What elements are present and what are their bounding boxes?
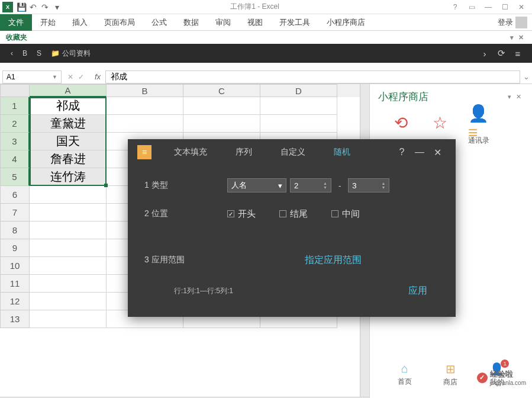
sidepanel-close-icon[interactable]: ✕: [514, 93, 524, 101]
cell[interactable]: [183, 97, 260, 115]
select-all-corner[interactable]: [0, 84, 30, 97]
formula-input[interactable]: 祁成: [105, 70, 520, 84]
cell[interactable]: [30, 310, 107, 328]
dialog-minimize-icon[interactable]: —: [411, 147, 428, 158]
apply-button[interactable]: 应用: [408, 285, 427, 297]
tab-file[interactable]: 文件: [0, 14, 32, 31]
minimize-button[interactable]: —: [480, 1, 496, 13]
dialog-tab-fill[interactable]: 文本填充: [160, 147, 221, 158]
ribbon-options-icon[interactable]: ▭: [463, 1, 480, 13]
cell[interactable]: 连竹涛: [30, 168, 107, 186]
checkbox-start[interactable]: 开头: [227, 208, 256, 220]
col-header-B[interactable]: B: [107, 84, 183, 97]
help-icon[interactable]: ?: [447, 1, 463, 13]
tab-view[interactable]: 视图: [239, 14, 271, 31]
spinner-icon[interactable]: ▲▼: [323, 181, 327, 190]
nav-home[interactable]: ⌂ 首页: [398, 362, 412, 387]
tab-insert[interactable]: 插入: [64, 14, 96, 31]
cancel-formula-icon[interactable]: ✕: [67, 73, 73, 81]
cell[interactable]: [30, 293, 107, 310]
cell[interactable]: [107, 115, 183, 133]
cell[interactable]: 国天: [30, 133, 107, 150]
type-select[interactable]: 人名 ▾: [227, 178, 286, 192]
row-header[interactable]: 7: [0, 204, 30, 222]
row-header[interactable]: 10: [0, 257, 30, 275]
col-header-A[interactable]: A: [30, 84, 107, 97]
menu-icon[interactable]: ≡: [510, 49, 526, 59]
dialog-tab-seq[interactable]: 序列: [221, 147, 266, 158]
tab-formulas[interactable]: 公式: [143, 14, 175, 31]
path-s[interactable]: S: [32, 49, 46, 57]
dialog-help-icon[interactable]: ?: [393, 147, 411, 158]
name-box[interactable]: A1 ▼: [2, 70, 62, 84]
tab-data[interactable]: 数据: [175, 14, 207, 31]
row-header[interactable]: 6: [0, 186, 30, 204]
checkbox-middle[interactable]: 中间: [331, 208, 360, 220]
expand-formula-icon[interactable]: ⌄: [520, 72, 532, 81]
tab-home[interactable]: 开始: [32, 14, 64, 31]
login-button[interactable]: 登录: [493, 17, 532, 28]
home-icon: ⌂: [401, 362, 408, 375]
tab-developer[interactable]: 开发工具: [271, 14, 318, 31]
undo-icon[interactable]: ↶: [27, 1, 39, 13]
row-header[interactable]: 8: [0, 222, 30, 239]
row-header[interactable]: 2: [0, 115, 30, 133]
path-folder[interactable]: 📁公司资料: [46, 49, 95, 59]
forward-icon[interactable]: ›: [476, 49, 493, 59]
app-contacts[interactable]: 👤≡ 通讯录: [468, 112, 489, 146]
range-from-input[interactable]: 2 ▲▼: [290, 178, 331, 192]
namebox-dropdown-icon[interactable]: ▼: [52, 74, 57, 80]
row-header[interactable]: 13: [0, 310, 30, 328]
spinner-icon[interactable]: ▲▼: [381, 181, 385, 190]
cell[interactable]: [30, 239, 107, 257]
row-header[interactable]: 3: [0, 133, 30, 150]
maximize-button[interactable]: ☐: [496, 1, 513, 13]
checkbox-end[interactable]: 结尾: [279, 208, 308, 220]
fav-dropdown-icon[interactable]: ▾: [508, 34, 516, 41]
tab-appstore[interactable]: 小程序商店: [318, 14, 373, 31]
accept-formula-icon[interactable]: ✓: [78, 73, 84, 81]
close-button[interactable]: ✕: [513, 1, 530, 13]
fx-icon[interactable]: fx: [90, 72, 105, 81]
back-icon[interactable]: ‹: [6, 49, 18, 57]
dialog-close-icon[interactable]: ✕: [428, 147, 446, 158]
row-header[interactable]: 1: [0, 97, 30, 115]
cell[interactable]: [260, 115, 337, 133]
dialog-header[interactable]: ≡ 文本填充 序列 自定义 随机 ? — ✕: [128, 139, 456, 165]
favorites-bar: 收藏夹 ▾ ✕: [0, 31, 532, 44]
row-header[interactable]: 12: [0, 293, 30, 310]
label-type: 1 类型: [144, 180, 227, 191]
col-header-C[interactable]: C: [183, 84, 260, 97]
cell[interactable]: [30, 204, 107, 222]
qat-dropdown-icon[interactable]: ▾: [51, 1, 63, 13]
path-b[interactable]: B: [18, 49, 32, 57]
row-header[interactable]: 4: [0, 150, 30, 168]
row-header[interactable]: 11: [0, 275, 30, 293]
sidepanel-dropdown-icon[interactable]: ▾: [505, 93, 514, 101]
row-header[interactable]: 9: [0, 239, 30, 257]
dialog-tab-custom[interactable]: 自定义: [266, 147, 320, 158]
cell[interactable]: [183, 115, 260, 133]
dialog-tab-random[interactable]: 随机: [320, 147, 365, 158]
cell[interactable]: 祁成: [30, 97, 107, 115]
cell[interactable]: [30, 222, 107, 239]
redo-icon[interactable]: ↷: [39, 1, 51, 13]
row-header[interactable]: 5: [0, 168, 30, 186]
cell[interactable]: [260, 97, 337, 115]
range-dash: -: [335, 181, 344, 190]
tab-review[interactable]: 审阅: [207, 14, 239, 31]
col-header-D[interactable]: D: [260, 84, 337, 97]
cell[interactable]: [30, 186, 107, 204]
cell[interactable]: [30, 275, 107, 293]
cell[interactable]: 童黛进: [30, 115, 107, 133]
specify-range-link[interactable]: 指定应用范围: [305, 255, 362, 265]
cell[interactable]: [107, 97, 183, 115]
tab-layout[interactable]: 页面布局: [96, 14, 143, 31]
cell[interactable]: 詹春进: [30, 150, 107, 168]
save-icon[interactable]: 💾: [15, 1, 27, 13]
cell[interactable]: [30, 257, 107, 275]
range-to-input[interactable]: 3 ▲▼: [348, 178, 389, 192]
fav-close-icon[interactable]: ✕: [516, 34, 526, 41]
nav-store[interactable]: ⊞ 商店: [443, 362, 457, 387]
refresh-icon[interactable]: ⟳: [493, 48, 510, 59]
